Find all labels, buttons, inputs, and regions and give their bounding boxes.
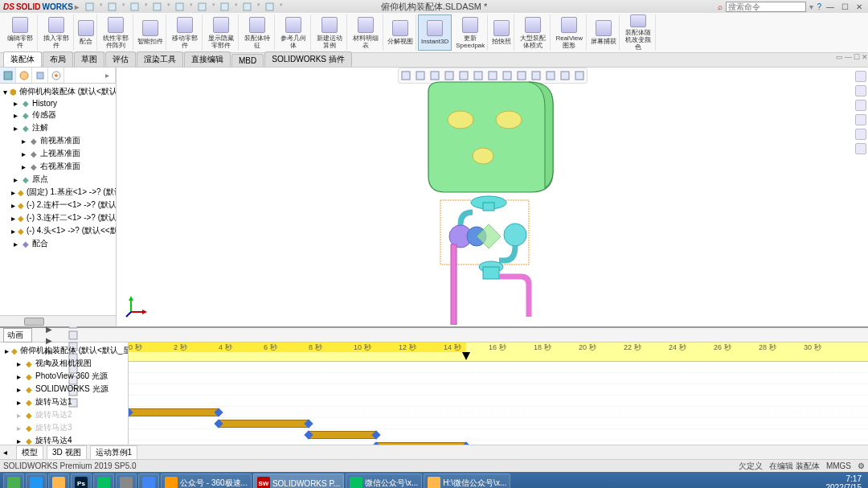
- undo-dropdown[interactable]: ▾: [190, 2, 193, 11]
- tab-渲染工具[interactable]: 渲染工具: [137, 51, 183, 67]
- taskbar-sw[interactable]: SWSOLIDWORKS P...: [253, 474, 344, 488]
- track-bar[interactable]: [129, 408, 219, 416]
- ribbon-分解视图[interactable]: 分解视图: [385, 14, 416, 51]
- tab-SOLIDWORKS 插件[interactable]: SOLIDWORKS 插件: [264, 51, 352, 67]
- select-icon[interactable]: [220, 2, 230, 11]
- motion-timeline[interactable]: 0 秒2 秒4 秒6 秒8 秒10 秒12 秒14 秒16 秒18 秒20 秒2…: [129, 342, 868, 445]
- tree-item-mate[interactable]: ▸◆配合: [2, 237, 114, 250]
- decal-tab[interactable]: [855, 85, 866, 96]
- taskbar-wechat[interactable]: [93, 474, 114, 488]
- track-row[interactable]: [129, 396, 868, 407]
- ribbon-移动零部件[interactable]: 移动零部件: [168, 14, 203, 51]
- motion-item-study[interactable]: ▸◆俯仰机构装配体 (默认<默认_显: [2, 344, 126, 357]
- ribbon-屏幕捕获[interactable]: 屏幕捕获: [588, 14, 620, 51]
- taskbar-clock[interactable]: 7:172022/7/15: [826, 474, 866, 488]
- taskbar-360[interactable]: 公众号 - 360极速...: [161, 474, 252, 488]
- tree-item-plane[interactable]: ▸◆上视基准面: [2, 147, 114, 160]
- taskbar-chrome[interactable]: [138, 474, 159, 488]
- ribbon-配合[interactable]: 配合: [76, 14, 97, 51]
- ribbon-显示隐藏零部件[interactable]: 显示隐藏零部件: [204, 14, 239, 51]
- ribbon-材料明细表[interactable]: 材料明细表: [349, 14, 383, 51]
- status-custom-icon[interactable]: ⚙: [858, 461, 865, 470]
- search-dropdown-icon[interactable]: ▾: [809, 2, 813, 11]
- ribbon-参考几何体[interactable]: 参考几何体: [276, 14, 311, 51]
- doc-tab-运动算例1[interactable]: 运动算例1: [90, 445, 138, 460]
- track-row[interactable]: [129, 384, 868, 396]
- tree-item-note[interactable]: ▸◆注解: [2, 121, 114, 134]
- new-dropdown[interactable]: ▾: [100, 2, 103, 11]
- tree-item-plane[interactable]: ▸◆前视基准面: [2, 134, 114, 147]
- motion-item-motor-dim[interactable]: ▸◆旋转马达2: [2, 408, 126, 421]
- config-manager-tab[interactable]: [32, 68, 48, 83]
- ribbon-装配体随机改变颜色[interactable]: 装配体随机改变颜色: [621, 14, 656, 51]
- tree-item-part[interactable]: ▸◆(-) 3.连杆二<1> ->? (默认<<默认: [2, 211, 114, 224]
- rebuild-dropdown[interactable]: ▾: [257, 2, 260, 11]
- taskbar-wx2[interactable]: 微信公众号\x...: [346, 474, 422, 488]
- ribbon-线性零部件阵列[interactable]: 线性零部件阵列: [99, 14, 133, 51]
- redo-dropdown[interactable]: ▾: [212, 2, 215, 11]
- ribbon-编辑零部件[interactable]: 编辑零部件: [3, 14, 38, 51]
- motion-item-motor-dim[interactable]: ▸◆旋转马达3: [2, 421, 126, 434]
- doc-tab-3D 视图[interactable]: 3D 视图: [47, 445, 87, 460]
- minimize-button[interactable]: —: [825, 2, 836, 11]
- track-bar[interactable]: [376, 442, 466, 445]
- time-ruler[interactable]: 0 秒2 秒4 秒6 秒8 秒10 秒12 秒14 秒16 秒18 秒20 秒2…: [129, 342, 868, 362]
- taskbar-cloud[interactable]: [26, 474, 47, 488]
- help-icon[interactable]: ?: [817, 2, 821, 11]
- motion-item-pv[interactable]: ▸◆PhotoView 360 光源: [2, 370, 126, 383]
- track-row[interactable]: [129, 362, 868, 373]
- study-type-dropdown[interactable]: 动画: [3, 328, 32, 342]
- mdi-close[interactable]: ✕: [862, 53, 868, 61]
- redo-icon[interactable]: [198, 2, 207, 11]
- motion-item-sw[interactable]: ▸◆SOLIDWORKS 光源: [2, 383, 126, 396]
- tree-scrollbar[interactable]: [0, 315, 116, 326]
- rebuild-icon[interactable]: [243, 2, 252, 11]
- tree-item-part[interactable]: ▸◆(-) 2.连杆一<1> ->? (默认<<默认: [2, 199, 114, 211]
- open-dropdown[interactable]: ▾: [122, 2, 125, 11]
- print-dropdown[interactable]: ▾: [167, 2, 170, 11]
- options-dropdown[interactable]: ▾: [280, 2, 283, 11]
- graphics-viewport[interactable]: ▭ — ☐ ✕: [117, 68, 868, 326]
- panel-expand[interactable]: ▸: [100, 68, 116, 83]
- ribbon-插入零部件[interactable]: 插入零部件: [39, 14, 74, 51]
- ribbon-新建运动算例[interactable]: 新建运动算例: [313, 14, 347, 51]
- track-row[interactable]: [129, 441, 868, 445]
- mdi-min[interactable]: —: [845, 53, 852, 61]
- select-dropdown[interactable]: ▾: [235, 2, 238, 11]
- track-row[interactable]: [129, 407, 868, 418]
- ribbon-智能扣件[interactable]: 智能扣件: [135, 14, 166, 51]
- track-row[interactable]: [129, 429, 868, 441]
- options-icon[interactable]: [265, 2, 275, 11]
- doc-tab-模型[interactable]: 模型: [16, 445, 43, 460]
- motion-item-motor[interactable]: ▸◆旋转马达4: [2, 434, 126, 445]
- tab-scroll-left[interactable]: ◂: [3, 448, 7, 457]
- walk-tab[interactable]: [855, 143, 866, 154]
- close-button[interactable]: ✕: [854, 2, 865, 11]
- tab-直接编辑[interactable]: 直接编辑: [184, 51, 231, 67]
- tree-item-origin[interactable]: ▸◆原点: [2, 173, 114, 186]
- taskbar-start[interactable]: [3, 474, 24, 488]
- feature-tree-tab[interactable]: [0, 68, 16, 83]
- tree-item-plane[interactable]: ▸◆右视基准面: [2, 160, 114, 173]
- view-triad[interactable]: [125, 294, 149, 318]
- new-icon[interactable]: [85, 2, 95, 11]
- appearance-tab[interactable]: [855, 71, 866, 82]
- tab-评估[interactable]: 评估: [105, 51, 136, 67]
- tab-MBD[interactable]: MBD: [231, 54, 264, 67]
- taskbar-colorwheel[interactable]: [116, 474, 137, 488]
- motion-tool-results[interactable]: [68, 330, 79, 341]
- dropdown-icon[interactable]: ▸: [75, 2, 79, 11]
- undo-icon[interactable]: [175, 2, 185, 11]
- light-tab[interactable]: [855, 129, 866, 140]
- tree-root[interactable]: ▾⬢俯仰机构装配体 (默认<默认_显示状态-1: [2, 85, 114, 98]
- status-units[interactable]: MMGS: [826, 461, 851, 470]
- motion-item-motor[interactable]: ▸◆旋转马达1: [2, 396, 126, 408]
- taskbar-folder[interactable]: [48, 474, 69, 488]
- display-manager-tab[interactable]: [48, 68, 64, 83]
- camera-tab[interactable]: [855, 114, 866, 125]
- print-icon[interactable]: [153, 2, 162, 11]
- tree-item-part[interactable]: ▸◆(固定) 1.基座<1> ->? (默认<<默认: [2, 186, 114, 199]
- save-icon[interactable]: [130, 2, 140, 11]
- motion-item-view[interactable]: ▸◆视向及相机视图: [2, 357, 126, 370]
- ribbon-RealView图形[interactable]: RealView图形: [552, 14, 587, 51]
